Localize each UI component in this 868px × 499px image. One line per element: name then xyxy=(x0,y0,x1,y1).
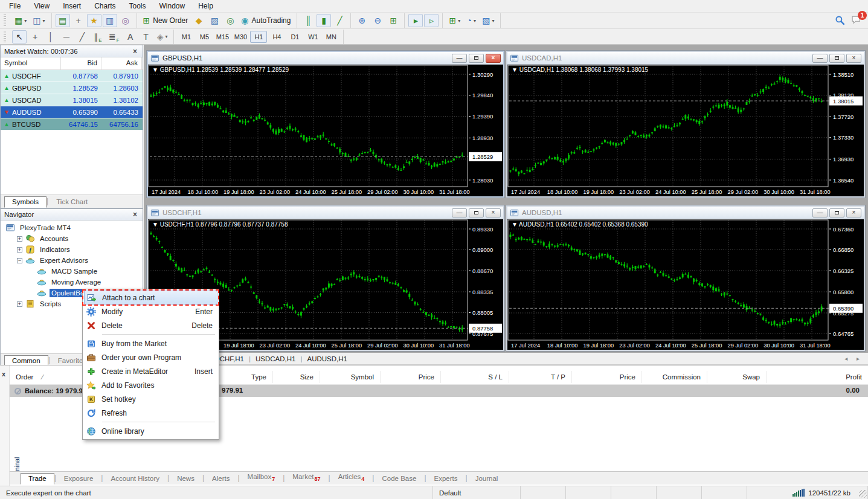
context-item-attach-to-a-chart[interactable]: Attach to a chart xyxy=(84,291,217,304)
context-item-set-hotkey[interactable]: KSet hotkey xyxy=(84,392,217,406)
tree-item-expert-advisors[interactable]: −Expert Advisors xyxy=(1,255,143,266)
context-item-refresh[interactable]: Refresh xyxy=(84,406,217,420)
crosshair-button[interactable]: + xyxy=(28,30,42,43)
symbol-row-gbpusd[interactable]: ▲GBPUSD1.285291.28603 xyxy=(1,82,143,94)
strategy-tester-button[interactable]: ◎ xyxy=(118,14,133,27)
text-label-button[interactable]: T xyxy=(139,30,153,43)
minimize-icon[interactable]: — xyxy=(812,208,828,217)
restore-icon[interactable] xyxy=(829,54,844,63)
close-icon[interactable]: × xyxy=(131,210,139,219)
column-header-size[interactable]: Size xyxy=(272,371,320,383)
profiles-button[interactable]: ◫▾ xyxy=(30,14,47,27)
shapes-button[interactable]: ◈▾ xyxy=(155,30,170,43)
column-header-s-l[interactable]: S / L xyxy=(440,371,509,383)
tree-item-plexytrade-mt4[interactable]: PlexyTrade MT4 xyxy=(1,222,143,233)
close-icon[interactable]: × xyxy=(846,54,861,63)
timeframe-m1[interactable]: M1 xyxy=(178,31,194,43)
context-item-buy-from-the-market[interactable]: Buy from the Market xyxy=(84,336,217,350)
chart-tab-usdcad-h1[interactable]: USDCAD,H1 xyxy=(251,355,300,362)
column-header-bid[interactable]: Bid xyxy=(61,57,101,69)
tree-item-indicators[interactable]: +fIndicators xyxy=(1,244,143,255)
data-window-button[interactable]: + xyxy=(71,14,86,27)
minimize-icon[interactable]: — xyxy=(812,54,828,63)
tree-item-macd-sample[interactable]: MACD Sample xyxy=(1,266,143,277)
line-chart-button[interactable]: ╱ xyxy=(332,14,347,27)
timeframe-m15[interactable]: M15 xyxy=(214,31,231,43)
terminal-tab-account-history[interactable]: Account History xyxy=(103,473,167,485)
chart-area[interactable]: 1.302901.298401.293901.289301.284801.280… xyxy=(148,65,503,196)
navigator-button[interactable]: ★ xyxy=(87,14,101,27)
context-item-order-your-own-program[interactable]: Order your own Program xyxy=(84,350,217,364)
column-header-commission-2[interactable]: Commission xyxy=(641,371,707,383)
tree-item-accounts[interactable]: +Accounts xyxy=(1,233,143,244)
zoom-out-button[interactable]: ⊖ xyxy=(370,14,385,27)
tree-item-moving-average[interactable]: Moving Average xyxy=(1,277,143,288)
mql-community-button[interactable]: ◆ xyxy=(191,14,206,27)
menu-insert[interactable]: Insert xyxy=(56,1,88,11)
horizontal-line-button[interactable]: ─ xyxy=(59,30,74,43)
context-item-add-to-favorites[interactable]: Add to Favorites xyxy=(84,378,217,392)
price-chart-audusd[interactable]: 0.673600.668500.663250.658000.652750.647… xyxy=(507,219,864,350)
metaeditor-button[interactable]: ▨ xyxy=(207,14,222,27)
tree-expander[interactable]: − xyxy=(17,258,22,263)
autotrading-button[interactable]: ◉AutoTrading xyxy=(239,14,293,27)
terminal-tab-journal[interactable]: Journal xyxy=(468,473,506,485)
menu-tools[interactable]: Tools xyxy=(123,1,153,11)
terminal-tab-code-base[interactable]: Code Base xyxy=(374,473,424,485)
chart-shift-button[interactable]: ▹ xyxy=(424,14,439,27)
terminal-tab-articles[interactable]: Articles4 xyxy=(330,471,373,485)
bar-chart-button[interactable]: ║ xyxy=(301,14,315,27)
close-icon[interactable]: x xyxy=(2,370,5,378)
menu-file[interactable]: File xyxy=(2,1,27,11)
fibonacci-button[interactable]: ≣F xyxy=(106,30,122,43)
column-header-ask[interactable]: Ask xyxy=(101,57,142,69)
timeframe-mn[interactable]: MN xyxy=(323,31,339,43)
vertical-line-button[interactable]: │ xyxy=(43,30,58,43)
text-button[interactable]: A xyxy=(123,30,138,43)
cursor-button[interactable]: ↖ xyxy=(12,30,27,43)
signals-button[interactable]: ◎ xyxy=(223,14,237,27)
chart-titlebar[interactable]: USDCHF,H1—× xyxy=(148,207,503,219)
menu-charts[interactable]: Charts xyxy=(88,1,122,11)
timeframe-m30[interactable]: M30 xyxy=(232,31,249,43)
column-header-symbol[interactable]: Symbol xyxy=(320,371,380,383)
tree-expander[interactable]: + xyxy=(17,247,22,253)
context-item-modify[interactable]: ModifyEnter xyxy=(84,304,217,318)
context-item-online-library[interactable]: Online library xyxy=(84,424,217,438)
terminal-tab-alerts[interactable]: Alerts xyxy=(204,473,237,485)
context-item-create-in-metaeditor[interactable]: Create in MetaEditorInsert xyxy=(84,364,217,378)
chart-tab-audusd-h1[interactable]: AUDUSD,H1 xyxy=(302,355,352,362)
terminal-tab-exposure[interactable]: Exposure xyxy=(56,473,101,485)
terminal-tab-trade[interactable]: Trade xyxy=(21,473,54,485)
terminal-button[interactable]: ▥ xyxy=(103,14,117,27)
chart-titlebar[interactable]: GBPUSD,H1—× xyxy=(148,52,503,65)
timeframe-h1[interactable]: H1 xyxy=(250,31,267,43)
market-watch-button[interactable]: ▤ xyxy=(56,14,70,27)
trendline-button[interactable]: ╱ xyxy=(75,30,89,43)
menu-window[interactable]: Window xyxy=(153,1,192,11)
column-header-t-p[interactable]: T / P xyxy=(509,371,571,383)
restore-icon[interactable] xyxy=(469,208,484,217)
symbol-row-btcusd[interactable]: ▲BTCUSD64746.1564756.16 xyxy=(1,118,143,130)
symbol-row-audusd[interactable]: ▼AUDUSD0.653900.65433 xyxy=(1,106,143,118)
equidistant-channel-button[interactable]: ∥E xyxy=(91,30,105,43)
close-icon[interactable]: × xyxy=(131,47,139,56)
periods-button[interactable]: ◔▾ xyxy=(464,14,478,27)
symbol-row-usdcad[interactable]: ▲USDCAD1.380151.38102 xyxy=(1,94,143,106)
chart-area[interactable]: 0.673600.668500.663250.658000.652750.647… xyxy=(507,219,864,350)
templates-button[interactable]: ▧▾ xyxy=(480,14,497,27)
terminal-tab-news[interactable]: News xyxy=(169,473,202,485)
minimize-icon[interactable]: — xyxy=(452,54,467,63)
tree-expander[interactable]: + xyxy=(17,236,22,242)
terminal-tab-mailbox[interactable]: Mailbox7 xyxy=(240,471,283,485)
add-indicator-button[interactable]: ⊞▾ xyxy=(446,14,463,27)
auto-scroll-button[interactable]: ▸ xyxy=(408,14,423,27)
price-chart-usdcad[interactable]: 1.385101.381201.377201.373301.369301.365… xyxy=(507,65,864,196)
menu-view[interactable]: View xyxy=(27,1,56,11)
candlestick-chart-button[interactable]: ▮ xyxy=(317,14,331,27)
search-icon[interactable] xyxy=(835,15,845,25)
close-icon[interactable]: × xyxy=(486,54,501,63)
chart-area[interactable]: 1.385101.381201.377201.373301.369301.365… xyxy=(507,65,864,196)
context-item-delete[interactable]: DeleteDelete xyxy=(84,318,217,332)
timeframe-h4[interactable]: H4 xyxy=(268,31,285,43)
